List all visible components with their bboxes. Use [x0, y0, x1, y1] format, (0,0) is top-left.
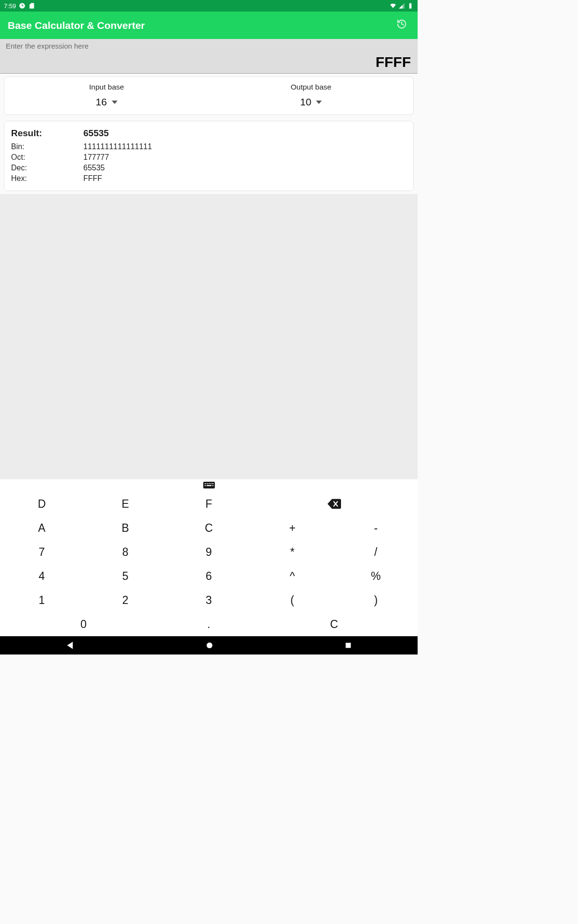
input-base-label: Input base — [4, 83, 209, 91]
output-base-label: Output base — [209, 83, 414, 91]
key-9[interactable]: 9 — [167, 540, 250, 564]
sd-card-icon — [28, 2, 35, 9]
status-app-icon — [19, 2, 26, 9]
svg-rect-3 — [22, 5, 24, 6]
cell-signal-icon — [398, 2, 405, 9]
key-4[interactable]: 4 — [0, 564, 83, 588]
history-icon — [396, 19, 407, 29]
expression-placeholder: Enter the expression here — [6, 42, 412, 50]
android-navbar — [0, 636, 418, 654]
key-e[interactable]: E — [83, 492, 167, 516]
output-base-dropdown[interactable]: 10 — [300, 96, 322, 108]
key-rparen[interactable]: ) — [334, 588, 418, 612]
app-bar: Base Calculator & Converter — [0, 12, 418, 39]
svg-rect-9 — [212, 483, 213, 484]
backspace-button[interactable] — [250, 492, 418, 516]
chevron-down-icon — [316, 101, 322, 104]
key-dot[interactable]: . — [167, 612, 250, 636]
keyboard-toggle-button[interactable] — [0, 479, 418, 492]
svg-rect-8 — [210, 483, 211, 484]
hex-label: Hex: — [11, 173, 83, 184]
key-7[interactable]: 7 — [0, 540, 83, 564]
spacer — [0, 194, 418, 479]
key-power[interactable]: ^ — [250, 564, 334, 588]
expression-input[interactable]: Enter the expression here FFFF — [0, 39, 418, 74]
oct-label: Oct: — [11, 152, 83, 163]
bin-label: Bin: — [11, 141, 83, 152]
key-d[interactable]: D — [0, 492, 83, 516]
status-bar: 7:59 — [0, 0, 418, 12]
base-selector-card: Input base 16 Output base 10 — [4, 77, 414, 115]
svg-rect-12 — [212, 485, 213, 486]
key-5[interactable]: 5 — [83, 564, 167, 588]
key-plus[interactable]: + — [250, 516, 334, 540]
key-3[interactable]: 3 — [167, 588, 250, 612]
dec-value: 65535 — [83, 163, 152, 173]
backspace-icon — [328, 499, 341, 509]
chevron-down-icon — [112, 101, 118, 104]
key-0[interactable]: 0 — [0, 612, 167, 636]
nav-recent-icon[interactable] — [344, 642, 352, 649]
expression-value: FFFF — [376, 54, 411, 70]
input-base-value: 16 — [96, 96, 107, 108]
svg-rect-5 — [205, 483, 206, 484]
key-lparen[interactable]: ( — [250, 588, 334, 612]
oct-value: 177777 — [83, 152, 152, 163]
svg-point-13 — [207, 642, 212, 648]
battery-icon — [407, 2, 414, 9]
result-card: Result: 65535 Bin: 1111111111111111 Oct:… — [4, 121, 414, 191]
key-percent[interactable]: % — [334, 564, 418, 588]
key-1[interactable]: 1 — [0, 588, 83, 612]
svg-rect-14 — [346, 643, 351, 648]
nav-back-icon[interactable] — [66, 641, 75, 650]
key-8[interactable]: 8 — [83, 540, 167, 564]
dec-label: Dec: — [11, 163, 83, 173]
key-2[interactable]: 2 — [83, 588, 167, 612]
keypad: D E F A B C + - 7 8 9 * / 4 5 6 ^ — [0, 492, 418, 636]
app-title: Base Calculator & Converter — [8, 20, 145, 31]
key-b[interactable]: B — [83, 516, 167, 540]
hex-value: FFFF — [83, 173, 152, 184]
key-6[interactable]: 6 — [167, 564, 250, 588]
key-f[interactable]: F — [167, 492, 250, 516]
svg-rect-7 — [209, 483, 210, 484]
nav-home-icon[interactable] — [206, 642, 213, 649]
keyboard-icon — [203, 481, 215, 490]
svg-rect-11 — [207, 485, 211, 486]
history-button[interactable] — [394, 16, 410, 35]
keypad-area: D E F A B C + - 7 8 9 * / 4 5 6 ^ — [0, 479, 418, 636]
clear-button[interactable]: C — [250, 612, 418, 636]
bin-value: 1111111111111111 — [83, 141, 152, 152]
key-divide[interactable]: / — [334, 540, 418, 564]
key-minus[interactable]: - — [334, 516, 418, 540]
status-time: 7:59 — [4, 2, 16, 10]
result-value: 65535 — [83, 127, 152, 141]
input-base-dropdown[interactable]: 16 — [96, 96, 118, 108]
output-base-value: 10 — [300, 96, 311, 108]
key-multiply[interactable]: * — [250, 540, 334, 564]
svg-rect-10 — [205, 485, 206, 486]
key-a[interactable]: A — [0, 516, 83, 540]
key-c-hex[interactable]: C — [167, 516, 250, 540]
svg-rect-6 — [207, 483, 208, 484]
wifi-icon — [390, 2, 396, 9]
result-label: Result: — [11, 127, 83, 141]
